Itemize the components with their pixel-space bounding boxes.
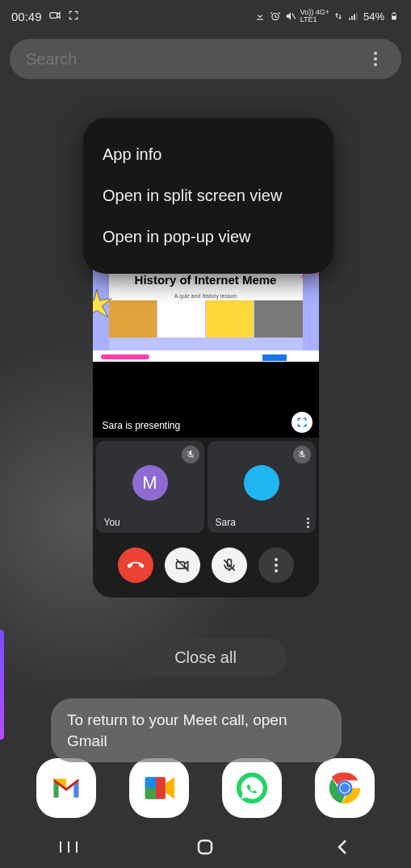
toggle-mic-button[interactable] <box>212 547 247 583</box>
svg-marker-20 <box>166 778 175 799</box>
svg-rect-1 <box>257 19 263 20</box>
menu-app-info[interactable]: App info <box>83 134 333 175</box>
participant-name: You <box>104 517 120 528</box>
slide-title: History of Internet Meme <box>135 273 277 287</box>
svg-rect-9 <box>392 13 395 14</box>
avatar: M <box>132 465 168 501</box>
svg-rect-21 <box>145 778 156 788</box>
mute-icon <box>285 10 297 23</box>
mic-muted-icon <box>293 446 311 463</box>
toggle-camera-button[interactable] <box>165 547 200 583</box>
status-bar: 00:49 Vo)) 4G+ LTE1 54% <box>0 0 411 27</box>
recents-search-bar[interactable] <box>10 39 401 79</box>
menu-popup-view[interactable]: Open in pop-up view <box>83 216 333 258</box>
slide-footer <box>93 350 319 362</box>
svg-rect-10 <box>392 16 395 19</box>
camera-indicator-icon <box>48 9 61 24</box>
download-icon <box>254 10 266 23</box>
navigation-bar <box>0 826 411 868</box>
participant-tile-sara[interactable]: Sara <box>208 441 316 533</box>
recent-app-card[interactable]: History of Internet Meme A quiz and hist… <box>93 241 319 598</box>
nav-home-button[interactable] <box>181 835 229 859</box>
nav-recents-button[interactable] <box>44 835 93 859</box>
close-all-button[interactable]: Close all <box>125 638 287 677</box>
gmail-app-icon[interactable] <box>36 758 96 818</box>
end-call-button[interactable] <box>118 547 153 583</box>
menu-split-screen[interactable]: Open in split screen view <box>83 175 333 216</box>
avatar <box>244 465 279 501</box>
search-input[interactable] <box>26 50 366 69</box>
svg-marker-12 <box>93 289 111 317</box>
fullscreen-indicator-icon <box>68 10 79 23</box>
svg-rect-31 <box>199 841 212 853</box>
status-time: 00:49 <box>11 10 42 23</box>
participant-name: Sara <box>216 517 236 528</box>
slide-subtitle: A quiz and history lesson <box>174 293 237 299</box>
toast-message: To return to your Meet call, open Gmail <box>51 698 342 762</box>
dock <box>0 758 411 818</box>
signal-icon <box>348 10 360 23</box>
data-arrows-icon <box>333 10 345 23</box>
svg-line-16 <box>176 560 188 572</box>
svg-point-27 <box>341 783 350 793</box>
mic-muted-icon <box>182 446 199 463</box>
svg-rect-22 <box>145 788 156 799</box>
whatsapp-app-icon[interactable] <box>222 758 282 818</box>
search-more-icon[interactable] <box>366 49 385 69</box>
svg-rect-0 <box>50 12 57 18</box>
svg-rect-4 <box>350 18 351 19</box>
call-controls <box>93 536 319 598</box>
participant-tile-you[interactable]: M You <box>96 441 204 533</box>
battery-icon <box>388 10 400 23</box>
battery-percent: 54% <box>363 10 384 23</box>
nav-back-button[interactable] <box>318 835 367 859</box>
svg-rect-23 <box>156 778 166 799</box>
expand-presentation-button[interactable] <box>291 412 312 433</box>
presentation-bar: Sara is presenting <box>93 362 319 438</box>
call-more-button[interactable] <box>258 547 294 583</box>
participants-grid: M You Sara <box>93 438 319 536</box>
chrome-app-icon[interactable] <box>315 758 375 818</box>
alarm-icon <box>270 10 282 23</box>
edge-panel-handle[interactable] <box>0 630 4 740</box>
svg-line-3 <box>292 14 296 19</box>
network-label-bottom: LTE1 <box>300 16 317 23</box>
presenting-label: Sara is presenting <box>103 420 181 431</box>
svg-rect-5 <box>352 16 354 20</box>
app-context-menu: App info Open in split screen view Open … <box>83 118 333 274</box>
star-decoration-icon <box>93 287 115 325</box>
svg-rect-7 <box>356 12 358 19</box>
participant-options-icon[interactable] <box>307 518 309 528</box>
svg-rect-6 <box>354 15 355 20</box>
google-meet-app-icon[interactable] <box>129 758 189 818</box>
